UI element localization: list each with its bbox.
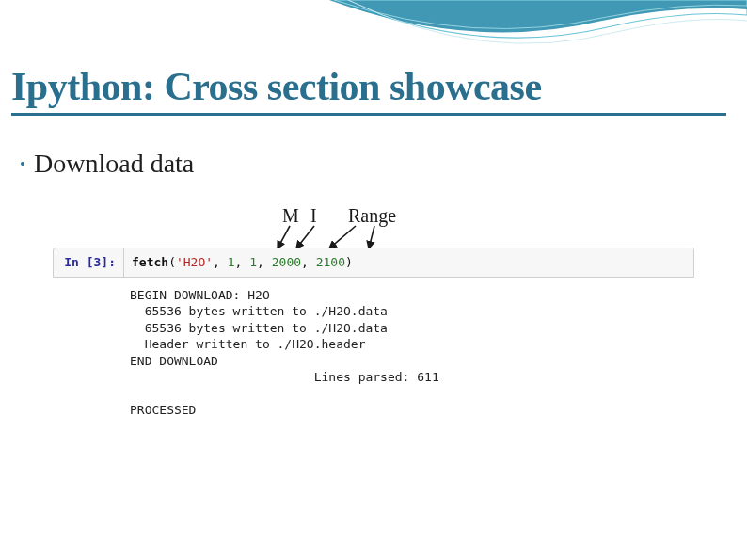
input-prompt: In [3]:: [54, 248, 123, 277]
code-n2: 1: [249, 255, 257, 269]
code-n3: 2000: [272, 255, 301, 269]
cell-input-area: In [3]: fetch('H2O', 1, 1, 2000, 2100): [53, 248, 694, 278]
code-n4: 2100: [316, 255, 345, 269]
code-c1: ,: [213, 255, 220, 269]
code-n1: 1: [228, 255, 235, 269]
code-str: 'H2O': [176, 255, 213, 269]
code-open: (: [168, 255, 176, 269]
slide-title: Ipython: Cross section showcase: [11, 64, 726, 116]
code-func: fetch: [132, 255, 168, 269]
svg-line-0: [278, 226, 290, 248]
wave-decoration: [0, 0, 747, 66]
svg-line-3: [369, 226, 374, 248]
bullet-text: Download data: [34, 149, 194, 179]
bullet-marker: [21, 162, 24, 166]
bullet-item: Download data: [21, 149, 194, 179]
svg-line-1: [296, 226, 314, 248]
code-c4: ,: [301, 255, 309, 269]
code-c3: ,: [257, 255, 264, 269]
code-close: ): [345, 255, 353, 269]
cell-output-area: BEGIN DOWNLOAD: H2O 65536 bytes written …: [53, 283, 694, 423]
input-code: fetch('H2O', 1, 1, 2000, 2100): [123, 248, 693, 277]
ipython-cell: In [3]: fetch('H2O', 1, 1, 2000, 2100) B…: [53, 248, 694, 423]
svg-line-2: [329, 226, 356, 248]
code-c2: ,: [235, 255, 243, 269]
cell-output: BEGIN DOWNLOAD: H2O 65536 bytes written …: [122, 283, 694, 423]
